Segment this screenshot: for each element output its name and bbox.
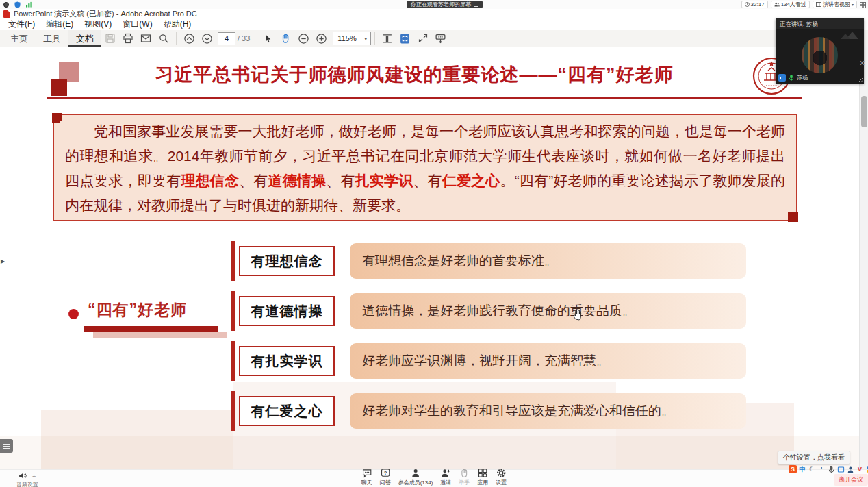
zoom-level-value: 115% [333, 34, 360, 42]
item-label: 有理想信念 [251, 252, 323, 271]
nav-pane-toggle[interactable]: ▶ [1, 258, 5, 264]
menu-item[interactable]: 帮助(H) [158, 18, 197, 30]
paragraph-segment: 道德情操 [268, 173, 327, 188]
resize-handle[interactable] [857, 77, 863, 83]
layout-icon [816, 2, 821, 7]
meeting-toolbar-label: 聊天 [361, 479, 372, 486]
signal-icon[interactable] [26, 1, 32, 8]
fullscreen-button[interactable] [414, 31, 432, 46]
presentation-button[interactable] [432, 31, 450, 46]
scrollbar-thumb[interactable] [861, 96, 867, 127]
meeting-toolbar-label: 邀请 [440, 479, 451, 486]
tick-icon[interactable]: ' [817, 465, 826, 473]
acrobat-tab[interactable]: 工具 [36, 30, 68, 47]
item-label-box: 有道德情操 [239, 296, 335, 326]
video-footer: 苏杨 [778, 74, 808, 82]
bullet-icon [68, 309, 79, 319]
meeting-toolbar-icon [361, 468, 372, 478]
zoom-in-button[interactable] [312, 31, 330, 46]
meeting-toolbar-item[interactable]: ? 问答 [380, 468, 391, 486]
meeting-toolbar-item[interactable]: 应用 [477, 468, 488, 486]
window-tray-icon[interactable] [837, 465, 845, 473]
meeting-toolbar-item[interactable]: 举手 [459, 468, 470, 486]
fit-page-button[interactable] [396, 31, 414, 46]
acrobat-toolbar: 主页工具文档 4 / 33 [0, 30, 868, 47]
acrobat-tab[interactable]: 主页 [3, 30, 36, 47]
document-area: 习近平总书记关于师德师风建设的重要论述——“四有”好老师 党和国家事业发展需要一… [0, 47, 868, 469]
scrollbar[interactable] [859, 47, 868, 469]
audio-settings-button[interactable]: ︿ 音频设置 [12, 471, 42, 487]
meeting-toolbar-label: 设置 [496, 479, 507, 486]
user-tray-icon[interactable] [846, 465, 854, 473]
screen-share-badge-icon [778, 74, 786, 82]
print-button[interactable] [119, 31, 137, 46]
ime-chinese-icon[interactable]: 中 [798, 465, 806, 473]
window-title: PowerPoint 演示文稿 (已加密) - Adobe Acrobat Pr… [14, 9, 197, 19]
menu-item[interactable]: 视图(V) [79, 18, 117, 30]
menu-item[interactable]: 窗口(W) [117, 18, 157, 30]
paragraph-segment: 、有 [239, 173, 268, 188]
side-panel-button[interactable] [0, 439, 13, 453]
moon-icon[interactable]: ☾ [808, 465, 816, 473]
watching-banner: 你正在观看苏老师的屏幕 [407, 1, 483, 8]
paragraph-segment: 理想信念 [181, 173, 239, 188]
acrobat-tab[interactable]: 文档 [68, 30, 101, 47]
leave-meeting-button[interactable]: 离开会议 [834, 474, 868, 486]
close-video-icon[interactable]: ✕ [859, 59, 865, 68]
meeting-toolbar-item[interactable]: 聊天 [361, 468, 372, 486]
meeting-toolbar-icon [411, 468, 421, 478]
menu-item[interactable]: 文件(F) [3, 18, 40, 30]
people-icon [774, 2, 780, 7]
select-tool-button[interactable] [259, 31, 277, 46]
watching-text: 你正在观看苏老师的屏幕 [411, 1, 471, 8]
layout-grid-icon[interactable] [860, 0, 866, 11]
speaker-name: 苏杨 [797, 74, 808, 82]
sogou-icon[interactable]: S [789, 465, 797, 473]
grid-app-icon[interactable] [865, 465, 868, 473]
meeting-status-icons [3, 1, 32, 8]
item-label-box: 有扎实学识 [239, 346, 335, 376]
list-icon [3, 444, 10, 449]
v-app-icon[interactable]: V [856, 465, 864, 473]
title-decor-square-dark [51, 79, 67, 96]
search-icon[interactable] [155, 31, 173, 46]
item-label: 有道德情操 [251, 302, 323, 321]
acrobat-tabs: 主页工具文档 [3, 30, 101, 47]
meeting-toolbar-item[interactable]: 邀请 [440, 468, 451, 486]
menu-item[interactable]: 编辑(E) [40, 18, 79, 30]
item-label: 有仁爱之心 [251, 402, 323, 421]
side-label-text: “四有”好老师 [88, 299, 187, 321]
meeting-toolbar-item[interactable]: 设置 [496, 468, 507, 486]
meeting-toolbar-icon [478, 468, 488, 478]
item-label-box: 有仁爱之心 [239, 396, 335, 426]
zoom-level-select[interactable]: 115% ▼ [333, 32, 370, 45]
shield-icon[interactable] [14, 1, 21, 8]
mic-tray-icon[interactable] [827, 465, 835, 473]
acrobat-app-icon [3, 10, 10, 18]
four-have-row: 有理想信念 有理想信念是好老师的首要标准。 [231, 241, 746, 281]
underline-bar-shadow [93, 332, 227, 338]
corner-decor [788, 212, 798, 222]
email-button[interactable] [137, 31, 155, 46]
view-mode-button[interactable]: 演讲者视图 ▾ [813, 1, 857, 8]
corner-decor [52, 113, 62, 123]
save-button[interactable] [101, 31, 119, 46]
viewer-count-button[interactable]: 134人看过 [771, 1, 810, 8]
speaking-label: 正在讲话: 苏杨 [776, 18, 864, 29]
hand-cursor [572, 308, 584, 321]
red-bar [231, 241, 235, 281]
previous-page-button[interactable] [180, 31, 198, 46]
slide: 习近平总书记关于师德师风建设的重要论述——“四有”好老师 党和国家事业发展需要一… [0, 47, 859, 469]
chevron-up-icon[interactable]: ︿ [31, 472, 37, 479]
speaker-video-overlay[interactable]: 正在讲话: 苏杨 苏杨 [776, 18, 864, 84]
meeting-toolbar-label: 问答 [380, 479, 391, 486]
four-have-row: 有扎实学识 好老师应学识渊博，视野开阔，充满智慧。 [231, 341, 746, 381]
fit-width-button[interactable] [379, 31, 396, 46]
item-desc: 有理想信念是好老师的首要标准。 [362, 252, 557, 270]
meeting-toolbar-icon [496, 468, 507, 478]
meeting-toolbar-item[interactable]: 参会成员(134) [398, 468, 433, 486]
page-number-input[interactable]: 4 [218, 32, 235, 45]
zoom-out-button[interactable] [294, 31, 312, 46]
next-page-button[interactable] [198, 31, 216, 46]
hand-tool-button[interactable] [277, 31, 294, 46]
